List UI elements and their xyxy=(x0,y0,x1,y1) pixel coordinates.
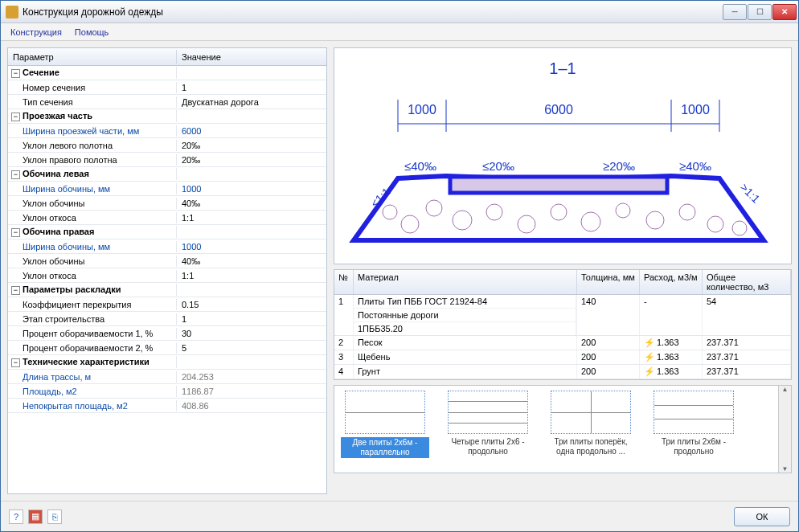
row-pct2[interactable]: Процент оборачиваемости 2, %5 xyxy=(8,341,326,355)
row-coef[interactable]: Коэффициент перекрытия0.15 xyxy=(8,297,326,312)
row-area[interactable]: Площадь, м21186.87 xyxy=(8,384,326,399)
help-icon[interactable]: ? xyxy=(9,509,23,524)
report-icon[interactable]: ▦ xyxy=(28,509,43,524)
thumb-icon xyxy=(551,391,631,434)
row-shoulderR-slope[interactable]: Уклон обочины40‰ xyxy=(8,254,326,268)
row-shoulderL-width[interactable]: Ширина обочины, мм1000 xyxy=(8,182,326,196)
svg-point-23 xyxy=(518,215,535,233)
svg-point-25 xyxy=(581,212,600,231)
svg-point-21 xyxy=(453,211,472,230)
scroll-up-icon[interactable]: ▲ xyxy=(782,386,789,393)
svg-text:1000: 1000 xyxy=(408,103,436,117)
svg-text:6000: 6000 xyxy=(544,103,573,117)
group-shoulder-right[interactable]: −Обочина правая xyxy=(8,225,326,239)
svg-rect-17 xyxy=(450,177,667,193)
row-stage[interactable]: Этап строительства1 xyxy=(8,312,326,326)
app-window: Конструкция дорожной одежды Конструкция … xyxy=(0,0,799,532)
row-section-type[interactable]: Тип сеченияДвускатная дорога xyxy=(8,95,326,109)
svg-point-20 xyxy=(426,200,442,216)
menu-help[interactable]: Помощь xyxy=(68,26,116,39)
bottom-toolbar: ? ▦ ⎘ ОК xyxy=(1,501,798,531)
row-shoulderR-width[interactable]: Ширина обочины, мм1000 xyxy=(8,239,326,254)
row-roadway-width[interactable]: Ширина проезжей части, мм6000 xyxy=(8,124,326,138)
collapse-icon: − xyxy=(11,228,20,237)
row-section-number[interactable]: Номер сечения1 xyxy=(8,80,326,95)
svg-point-30 xyxy=(732,221,747,235)
collapse-icon: − xyxy=(11,358,20,367)
row-length[interactable]: Длина трассы, м204.253 xyxy=(8,370,326,384)
table-row[interactable]: 1 Плиты Тип ПББ ГОСТ 21924-84 Постоянные… xyxy=(334,295,791,336)
layout-thumbnails: Две плиты 2х6м - параллельно Четыре плит… xyxy=(334,385,792,473)
titlebar[interactable]: Конструкция дорожной одежды xyxy=(1,1,798,23)
thumb-icon xyxy=(448,391,528,434)
cross-section-drawing: 1–1 1000 6000 1000 ≤40‰ ≤20‰ ≥2 xyxy=(334,47,792,264)
bolt-icon: ⚡ xyxy=(644,366,655,376)
row-slope-right[interactable]: Уклон правого полотна20‰ xyxy=(8,153,326,167)
close-button[interactable] xyxy=(772,4,797,20)
thumb-three-plates[interactable]: Три плиты 2х6м - продольно xyxy=(649,391,738,456)
collapse-icon: − xyxy=(11,69,20,78)
row-shoulderL-cut[interactable]: Уклон откоса1:1 xyxy=(8,211,326,225)
bolt-icon: ⚡ xyxy=(644,352,655,362)
group-section[interactable]: −Сечение xyxy=(8,66,326,80)
svg-point-29 xyxy=(707,216,723,232)
svg-text:≥20‰: ≥20‰ xyxy=(603,159,635,173)
table-row[interactable]: 3Щебень200⚡1.363237.371 xyxy=(334,350,791,365)
group-tech[interactable]: −Технические характеристики xyxy=(8,355,326,370)
thumb-three-across-one-along[interactable]: Три плиты поперёк, одна продольно ... xyxy=(547,391,635,456)
app-icon xyxy=(6,6,18,18)
thumb-two-plates-parallel[interactable]: Две плиты 2х6м - параллельно xyxy=(341,391,429,458)
table-row[interactable]: 2Песок200⚡1.363237.371 xyxy=(334,336,791,350)
materials-table: № Материал Толщина, мм Расход, м3/м Обще… xyxy=(334,269,792,380)
ok-button[interactable]: ОК xyxy=(734,507,790,526)
row-slope-left[interactable]: Уклон левого полотна20‰ xyxy=(8,138,326,153)
svg-point-22 xyxy=(486,204,502,220)
svg-text:≤20‰: ≤20‰ xyxy=(482,159,514,173)
col-parameter: Параметр xyxy=(8,50,177,64)
svg-text:>1:1: >1:1 xyxy=(738,181,763,206)
export-icon[interactable]: ⎘ xyxy=(47,509,62,524)
collapse-icon: − xyxy=(11,170,20,179)
group-roadway[interactable]: −Проезжая часть xyxy=(8,109,326,124)
thumb-four-plates[interactable]: Четыре плиты 2х6 - продольно xyxy=(444,391,532,456)
property-grid: Параметр Значение −Сечение Номер сечения… xyxy=(7,47,327,494)
thumb-icon xyxy=(345,391,425,434)
svg-text:1–1: 1–1 xyxy=(549,59,576,77)
materials-header: № Материал Толщина, мм Расход, м3/м Обще… xyxy=(334,270,791,295)
section-svg: 1–1 1000 6000 1000 ≤40‰ ≤20‰ ≥2 xyxy=(342,51,784,260)
collapse-icon: − xyxy=(11,286,20,295)
svg-point-24 xyxy=(551,204,567,220)
svg-text:1000: 1000 xyxy=(681,103,710,117)
svg-point-19 xyxy=(401,215,419,233)
svg-point-27 xyxy=(646,211,664,229)
table-row[interactable]: 4Грунт200⚡1.363237.371 xyxy=(334,365,791,379)
property-grid-header: Параметр Значение xyxy=(8,48,326,66)
row-shoulderR-cut[interactable]: Уклон откоса1:1 xyxy=(8,268,326,283)
menu-construction[interactable]: Конструкция xyxy=(4,26,68,39)
menubar: Конструкция Помощь xyxy=(1,23,798,41)
svg-text:≤40‰: ≤40‰ xyxy=(404,159,436,173)
col-value: Значение xyxy=(177,50,226,64)
row-uncovered[interactable]: Непокрытая площадь, м2408.86 xyxy=(8,399,326,413)
svg-text:≥40‰: ≥40‰ xyxy=(679,159,711,173)
group-layout[interactable]: −Параметры раскладки xyxy=(8,283,326,297)
minimize-button[interactable] xyxy=(723,4,747,20)
row-shoulderL-slope[interactable]: Уклон обочины40‰ xyxy=(8,196,326,211)
thumbnail-scrollbar[interactable]: ▲▼ xyxy=(778,386,791,473)
row-pct1[interactable]: Процент оборачиваемости 1, %30 xyxy=(8,326,326,341)
window-title: Конструкция дорожной одежды xyxy=(23,6,722,18)
bolt-icon: ⚡ xyxy=(644,338,655,347)
svg-point-28 xyxy=(679,204,695,220)
maximize-button[interactable] xyxy=(748,4,772,20)
group-shoulder-left[interactable]: −Обочина левая xyxy=(8,167,326,182)
scroll-down-icon[interactable]: ▼ xyxy=(782,465,789,473)
svg-point-18 xyxy=(383,205,397,219)
collapse-icon: − xyxy=(11,113,20,121)
svg-point-26 xyxy=(616,203,630,218)
thumb-icon xyxy=(654,391,734,434)
